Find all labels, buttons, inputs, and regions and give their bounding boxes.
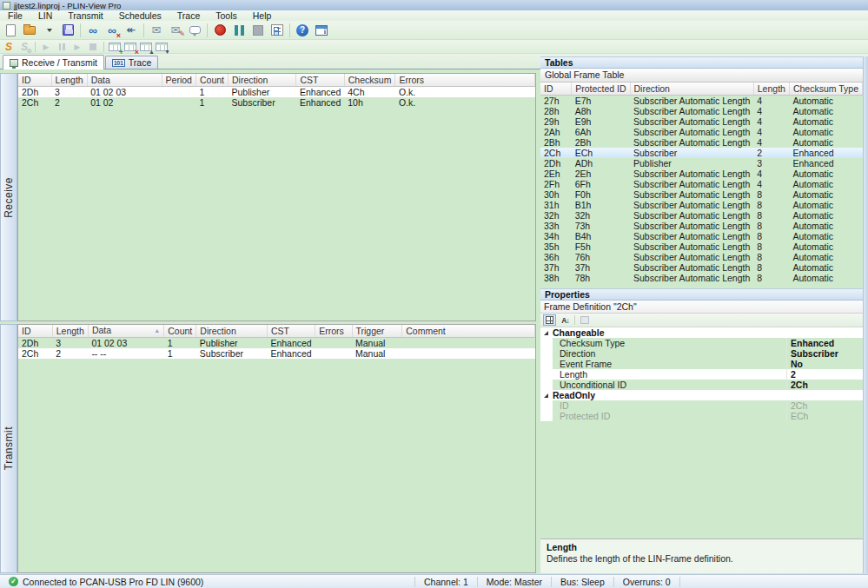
new-file-button[interactable] — [2, 22, 19, 39]
frame-table-row[interactable]: 38h 78h Subscriber Automatic Length 8 Au… — [540, 273, 863, 283]
frame-table-row[interactable]: 35h F5h Subscriber Automatic Length 8 Au… — [540, 241, 863, 252]
property-row[interactable]: Checksum Type Enhanced — [540, 338, 863, 348]
menu-schedules[interactable]: Schedules — [111, 10, 169, 21]
property-row[interactable]: Length 2 — [540, 369, 863, 380]
menu-transmit[interactable]: Transmit — [60, 10, 110, 21]
col-id[interactable]: ID — [540, 83, 572, 95]
table-add-button[interactable]: + — [108, 41, 122, 53]
frame-table-row[interactable]: 37h 37h Subscriber Automatic Length 8 Au… — [540, 262, 863, 273]
schedule-next-button[interactable]: ▶ — [70, 41, 84, 53]
property-pages-button[interactable] — [578, 314, 591, 326]
new-message-button[interactable]: ✉ — [148, 22, 165, 39]
frame-table-row[interactable]: 2Eh 2Eh Subscriber Automatic Length 4 Au… — [540, 168, 863, 179]
col-direction[interactable]: Direction — [630, 83, 753, 95]
save-project-button[interactable] — [59, 22, 76, 39]
frame-table-row[interactable]: 32h 32h Subscriber Automatic Length 8 Au… — [540, 210, 863, 221]
col-length[interactable]: Length — [753, 83, 789, 95]
property-value[interactable]: 2 — [786, 369, 863, 380]
alphabetical-view-button[interactable]: A↓ — [559, 314, 572, 326]
col-count[interactable]: Count — [164, 325, 196, 337]
col-data[interactable]: Data — [87, 74, 162, 86]
titlebar[interactable]: jjtest2.linproj - PLIN-View Pro — [0, 0, 868, 10]
transmit-row[interactable]: 2Ch 2 -- -- 1 Subscriber Enhanced Manual — [18, 348, 535, 359]
menu-help[interactable]: Help — [245, 10, 280, 21]
edit-message-button[interactable]: ✉✎ — [167, 22, 184, 39]
col-trigger[interactable]: Trigger — [352, 325, 402, 337]
table-move-up-button[interactable]: ▲ — [139, 41, 153, 53]
col-id[interactable]: ID — [18, 325, 52, 337]
menu-file[interactable]: File — [0, 10, 30, 21]
col-direction[interactable]: Direction — [229, 74, 296, 86]
disconnect-button[interactable]: ∞× — [103, 22, 121, 39]
col-cst[interactable]: CST — [267, 325, 315, 337]
tab-trace[interactable]: 101 Trace — [105, 56, 158, 69]
col-comment[interactable]: Comment — [402, 325, 535, 337]
connect-button[interactable]: ∞ — [84, 22, 102, 39]
col-checksum[interactable]: Checksum — [344, 74, 395, 86]
category-readonly[interactable]: ReadOnly — [540, 390, 863, 400]
hardware-reset-button[interactable]: ↞ — [123, 22, 140, 39]
receive-row[interactable]: 2Ch 2 01 02 1 Subscriber Enhanced 10h O.… — [18, 97, 535, 108]
frame-table-row[interactable]: 2Ah 6Ah Subscriber Automatic Length 4 Au… — [540, 127, 863, 137]
right-scrollbar-strip[interactable] — [863, 56, 868, 573]
schedule-pause-button[interactable] — [55, 41, 69, 53]
property-value[interactable]: 2Ch — [786, 380, 863, 390]
property-row[interactable]: Event Frame No — [540, 359, 863, 369]
menu-lin[interactable]: LIN — [30, 10, 60, 21]
col-period[interactable]: Period — [162, 74, 195, 86]
global-frame-table-bar[interactable]: Global Frame Table — [540, 69, 863, 83]
category-changeable[interactable]: Changeable — [540, 327, 863, 338]
table-delete-button[interactable]: × — [123, 41, 137, 53]
property-value[interactable]: Enhanced — [786, 338, 863, 348]
menu-tools[interactable]: Tools — [208, 10, 245, 21]
categorized-view-button[interactable] — [543, 314, 556, 326]
stop-button[interactable] — [249, 22, 267, 39]
frame-table-row[interactable]: 28h A8h Subscriber Automatic Length 4 Au… — [540, 106, 863, 116]
open-project-button[interactable] — [21, 22, 38, 39]
frame-table-row[interactable]: 30h F0h Subscriber Automatic Length 8 Au… — [540, 189, 863, 200]
property-row[interactable]: Direction Subscriber — [540, 348, 863, 359]
property-value[interactable]: No — [786, 359, 863, 369]
frame-table-row[interactable]: 2Dh ADh Publisher 3 Enhanced — [540, 158, 863, 168]
schedule-run-button[interactable]: S — [2, 41, 16, 53]
frame-table-row[interactable]: 27h E7h Subscriber Automatic Length 4 Au… — [540, 95, 863, 106]
menu-trace[interactable]: Trace — [169, 10, 208, 21]
frame-table-row[interactable]: 33h 73h Subscriber Automatic Length 8 Au… — [540, 221, 863, 231]
schedule-stop-button[interactable] — [86, 41, 100, 53]
property-row[interactable]: Protected ID ECh — [540, 411, 863, 421]
status-info-button[interactable]: i — [313, 22, 330, 39]
col-count[interactable]: Count — [195, 74, 228, 86]
record-button[interactable] — [211, 22, 229, 39]
col-length[interactable]: Length — [52, 325, 88, 337]
frame-table-row[interactable]: 2Ch ECh Subscriber 2 Enhanced — [540, 148, 863, 158]
frame-table-row[interactable]: 34h B4h Subscriber Automatic Length 8 Au… — [540, 231, 863, 241]
frame-table-row[interactable]: 31h B1h Subscriber Automatic Length 8 Au… — [540, 200, 863, 210]
comment-button[interactable] — [186, 22, 203, 39]
col-errors[interactable]: Errors — [315, 325, 352, 337]
col-direction[interactable]: Direction — [196, 325, 268, 337]
open-project-dropdown[interactable] — [40, 22, 57, 39]
help-button[interactable]: ? — [294, 22, 311, 39]
property-row[interactable]: Unconditional ID 2Ch — [540, 380, 863, 390]
options-form-button[interactable] — [268, 22, 286, 39]
col-cst[interactable]: CST — [296, 74, 344, 86]
receive-section-strip[interactable]: Receive — [0, 73, 17, 321]
schedule-play-button[interactable]: ▶ — [39, 41, 53, 53]
table-move-down-button[interactable]: ▼ — [155, 41, 169, 53]
col-checksum-type[interactable]: Checksum Type — [789, 83, 862, 95]
col-length[interactable]: Length — [51, 74, 87, 86]
col-protected-id[interactable]: Protected ID — [572, 83, 630, 95]
pause-button[interactable] — [230, 22, 248, 39]
frame-table-row[interactable]: 2Bh 2Bh Subscriber Automatic Length 4 Au… — [540, 137, 863, 148]
schedule-suspend-button[interactable]: S⊗ — [17, 41, 31, 53]
col-data[interactable]: Data▲ — [88, 325, 163, 337]
col-id[interactable]: ID — [18, 74, 51, 86]
frame-table-row[interactable]: 36h 76h Subscriber Automatic Length 8 Au… — [540, 252, 863, 262]
tab-receive-transmit[interactable]: Receive / Transmit — [3, 55, 104, 69]
frame-table-row[interactable]: 2Fh 6Fh Subscriber Automatic Length 4 Au… — [540, 179, 863, 189]
col-errors[interactable]: Errors — [395, 74, 535, 86]
property-value[interactable]: Subscriber — [786, 348, 863, 359]
property-row[interactable]: ID 2Ch — [540, 400, 863, 411]
receive-row[interactable]: 2Dh 3 01 02 03 1 Publisher Enhanced 4Ch … — [18, 86, 535, 97]
transmit-row[interactable]: 2Dh 3 01 02 03 1 Publisher Enhanced Manu… — [18, 337, 535, 348]
